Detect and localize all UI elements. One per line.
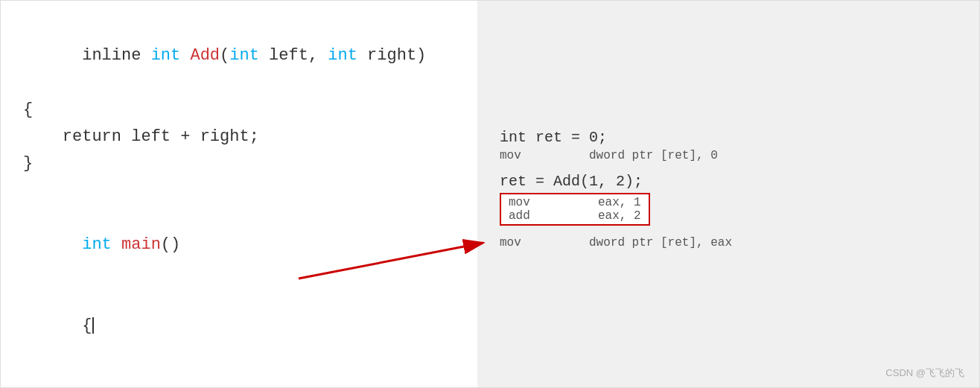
- asm-line-mov-ret-eax: mov dword ptr [ret], eax: [500, 236, 957, 249]
- param-int-right: int: [328, 46, 357, 65]
- brace-open-add: {: [23, 101, 33, 119]
- brace-close-add: }: [23, 154, 33, 173]
- asm-label-2: ret = Add(1, 2);: [500, 173, 957, 190]
- param-left-name: left,: [259, 46, 328, 65]
- fn-main-name: main: [121, 235, 161, 254]
- return-stmt: return left + right;: [23, 127, 259, 146]
- asm-operands-1: dword ptr [ret], 0: [589, 149, 718, 162]
- asm-line-mov-eax-1: mov eax, 1: [509, 196, 641, 209]
- asm-operands-mov-eax: eax, 1: [598, 196, 641, 209]
- asm-src-ret-decl: int ret = 0;: [500, 129, 607, 146]
- brace-open-main: {: [82, 317, 92, 335]
- asm-section-2: ret = Add(1, 2); mov eax, 1 add eax, 2: [500, 173, 957, 226]
- watermark-text: CSDN @飞飞的飞: [885, 367, 964, 378]
- param-right-name: right): [357, 46, 426, 65]
- asm-line-add-eax-2: add eax, 2: [509, 209, 641, 223]
- code-line-3: return left + right;: [23, 124, 455, 150]
- asm-src-add-call: ret = Add(1, 2);: [500, 173, 643, 190]
- kw-inline: inline: [82, 46, 150, 65]
- text-cursor: [92, 317, 94, 334]
- kw-int-1: int: [151, 46, 181, 65]
- right-asm-panel: int ret = 0; mov dword ptr [ret], 0 ret …: [477, 1, 979, 387]
- asm-mnemonic-3: mov: [500, 236, 589, 249]
- code-line-2: {: [23, 97, 455, 124]
- code-line-4: }: [23, 150, 455, 177]
- kw-int-main: int: [82, 235, 112, 254]
- asm-mnemonic-mov-eax: mov: [509, 196, 598, 209]
- code-line-5: int main(): [23, 205, 455, 286]
- main-parens: (): [161, 235, 180, 254]
- fn-add-name: Add: [190, 46, 220, 65]
- fn-add: [180, 46, 190, 65]
- main-space: [112, 235, 121, 254]
- left-code-panel: inline int Add(int left, int right) { re…: [1, 1, 477, 387]
- paren-open: (: [220, 46, 229, 65]
- code-line-7: int ret = 0;: [23, 367, 455, 388]
- asm-operands-add-eax: eax, 2: [598, 209, 641, 223]
- asm-section-3: mov dword ptr [ret], eax: [500, 236, 957, 249]
- asm-line-mov-ret-0: mov dword ptr [ret], 0: [500, 149, 957, 162]
- param-int-left: int: [229, 46, 259, 65]
- code-line-1: inline int Add(int left, int right): [23, 16, 455, 97]
- code-line-6: {: [23, 286, 455, 367]
- blank-1: [23, 178, 455, 205]
- watermark: CSDN @飞飞的飞: [885, 366, 964, 380]
- asm-section-1: int ret = 0; mov dword ptr [ret], 0: [500, 129, 957, 162]
- asm-mnemonic-add-eax: add: [509, 209, 598, 223]
- asm-highlight-box: mov eax, 1 add eax, 2: [500, 193, 650, 226]
- asm-operands-3: dword ptr [ret], eax: [589, 236, 732, 249]
- main-container: inline int Add(int left, int right) { re…: [0, 0, 980, 388]
- asm-mnemonic-1: mov: [500, 149, 589, 162]
- asm-label-1: int ret = 0;: [500, 129, 957, 146]
